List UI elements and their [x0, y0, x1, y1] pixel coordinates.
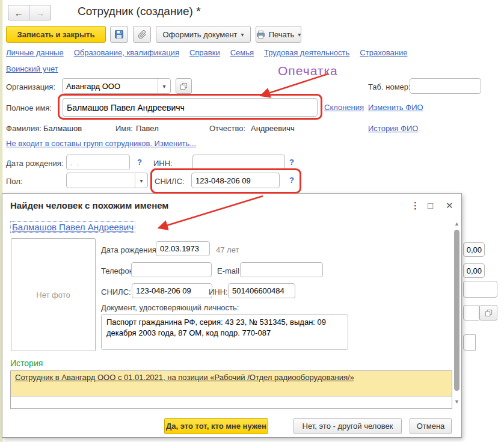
name-value: Павел — [136, 124, 159, 133]
tab-certificates[interactable]: Справки — [189, 48, 220, 57]
patronymic-label: Отчество: — [209, 124, 245, 133]
organization-value: Авангард ООО — [63, 82, 158, 91]
dialog-close-icon[interactable]: ✕ — [446, 200, 453, 211]
tab-family[interactable]: Семья — [230, 48, 254, 57]
dialog-snils-input[interactable] — [132, 283, 212, 298]
background-amount-field[interactable]: 0,00 — [463, 263, 485, 278]
change-fio-link[interactable]: Изменить ФИО — [368, 103, 423, 112]
chevron-down-icon: ▾ — [241, 31, 244, 38]
paperclip-icon — [138, 30, 147, 39]
inn-help-icon[interactable]: ? — [289, 158, 294, 167]
found-person-link[interactable]: Балмашов Павел Андреевич — [10, 221, 135, 233]
page-title: Сотрудник (создание) * — [78, 5, 201, 18]
history-row-link[interactable]: Сотрудник в Авангард ООО с 01.01.2021, н… — [15, 373, 354, 382]
gender-label: Пол: — [6, 177, 23, 186]
email-label: E-mail: — [217, 266, 241, 275]
photo-placeholder: Нет фото — [11, 238, 96, 351]
chevron-down-icon: ▾ — [162, 83, 165, 90]
organization-dropdown-button[interactable]: ▾ — [158, 79, 170, 93]
birth-date-input[interactable] — [66, 155, 130, 170]
save-and-close-label: Записать и закрыть — [17, 30, 95, 39]
annotation-typo-text: Опечатка — [278, 64, 338, 78]
save-button[interactable] — [110, 26, 128, 43]
cancel-button[interactable]: Отмена — [410, 418, 452, 434]
declension-link[interactable]: Склонения — [324, 103, 364, 112]
birth-date-label: Дата рождения: — [6, 159, 63, 168]
nav-history-group: ← → — [8, 5, 51, 20]
surname-label: Фамилия: — [6, 124, 41, 133]
confirm-person-label: Да, это тот, кто мне нужен — [166, 422, 266, 431]
phone-input[interactable] — [131, 262, 212, 277]
email-input[interactable] — [240, 262, 323, 277]
full-name-label: Полное имя: — [6, 103, 52, 112]
tab-military-record[interactable]: Воинский учет — [6, 64, 58, 73]
dialog-scrollbar-thumb[interactable] — [454, 230, 459, 391]
history-row[interactable]: Сотрудник в Авангард ООО с 01.01.2021, н… — [11, 371, 452, 397]
tab-number-input[interactable] — [410, 78, 481, 94]
background-empty-field[interactable] — [463, 334, 476, 351]
birth-date-help-icon[interactable]: ? — [137, 158, 142, 167]
patronymic-value: Андреевичч — [251, 124, 295, 133]
tab-education[interactable]: Образование, квалификация — [74, 48, 179, 57]
open-window-icon — [180, 82, 188, 90]
history-fio-link[interactable]: История ФИО — [368, 124, 418, 133]
dialog-title: Найден человек с похожим именем — [10, 200, 168, 210]
save-and-close-button[interactable]: Записать и закрыть — [6, 26, 106, 43]
chevron-down-icon: ▾ — [140, 177, 143, 184]
employee-groups-link[interactable]: Не входит в составы групп сотрудников. И… — [6, 139, 196, 148]
tab-work-activity[interactable]: Трудовая деятельность — [264, 48, 349, 57]
dialog-snils-label: СНИЛС: — [101, 287, 131, 296]
gender-dropdown-button[interactable]: ▾ — [135, 173, 147, 188]
reject-person-button[interactable]: Нет, это - другой человек — [293, 418, 402, 434]
full-name-input[interactable] — [63, 98, 318, 117]
dialog-maximize-icon[interactable]: □ — [428, 200, 433, 211]
snils-input[interactable] — [191, 173, 280, 188]
open-window-icon — [485, 309, 493, 317]
inn-label: ИНН: — [153, 159, 173, 168]
dialog-inn-label: ИНН: — [209, 287, 228, 296]
confirm-person-button[interactable]: Да, это тот, кто мне нужен — [164, 418, 268, 434]
age-value: 47 лет — [216, 245, 239, 254]
floppy-icon — [114, 29, 124, 39]
forward-arrow-icon[interactable]: → — [29, 5, 51, 20]
phone-label: Телефон: — [101, 266, 136, 275]
background-empty-field[interactable] — [463, 281, 497, 298]
dialog-inn-input[interactable] — [228, 283, 295, 298]
snils-label: СНИЛС: — [155, 177, 185, 186]
identity-document-text[interactable]: Паспорт гражданина РФ, серия: 43 23, № 5… — [101, 314, 348, 350]
tab-insurance[interactable]: Страхование — [360, 48, 407, 57]
reject-person-label: Нет, это - другой человек — [303, 422, 393, 431]
print-button[interactable]: Печать ▾ — [256, 26, 301, 43]
organization-label: Организация: — [6, 82, 55, 91]
make-document-label: Оформить документ — [162, 30, 237, 39]
identity-document-label: Документ, удостоверяющий личность: — [101, 303, 239, 312]
attach-button[interactable] — [133, 26, 151, 43]
surname-value: Балмашов — [43, 124, 82, 133]
chevron-down-icon: ▾ — [298, 31, 301, 38]
history-section-title: История — [10, 358, 43, 368]
scroll-down-icon[interactable]: ▼ — [454, 399, 459, 405]
organization-combo[interactable]: Авангард ООО ▾ — [62, 78, 171, 94]
inn-input[interactable] — [192, 155, 285, 170]
section-tabs: Личные данные Образование, квалификация … — [6, 48, 407, 57]
background-amount-field[interactable]: 0,00 — [463, 242, 485, 257]
history-list: Сотрудник в Авангард ООО с 01.01.2021, н… — [10, 370, 452, 409]
cancel-label: Отмена — [417, 422, 445, 431]
similar-person-dialog: Найден человек с похожим именем ⋮ □ ✕ Ба… — [2, 193, 462, 438]
print-label: Печать — [269, 30, 295, 39]
dialog-birth-date-input[interactable] — [156, 241, 210, 256]
background-open-button[interactable] — [479, 305, 497, 321]
organization-open-button[interactable] — [176, 78, 192, 94]
gender-combo[interactable]: ▾ — [66, 173, 148, 188]
make-document-button[interactable]: Оформить документ ▾ — [156, 26, 251, 43]
snils-help-icon[interactable]: ? — [289, 176, 294, 185]
scroll-up-icon[interactable]: ▲ — [454, 221, 459, 227]
tab-personal-data[interactable]: Личные данные — [6, 48, 64, 57]
back-arrow-icon[interactable]: ← — [8, 5, 29, 20]
tab-number-label: Таб. номер: — [368, 82, 411, 91]
dialog-birth-date-label: Дата рождения: — [101, 245, 158, 254]
dialog-menu-icon[interactable]: ⋮ — [411, 200, 420, 211]
name-label: Имя: — [115, 124, 133, 133]
printer-icon — [256, 30, 265, 39]
background-empty-field[interactable] — [463, 305, 479, 321]
